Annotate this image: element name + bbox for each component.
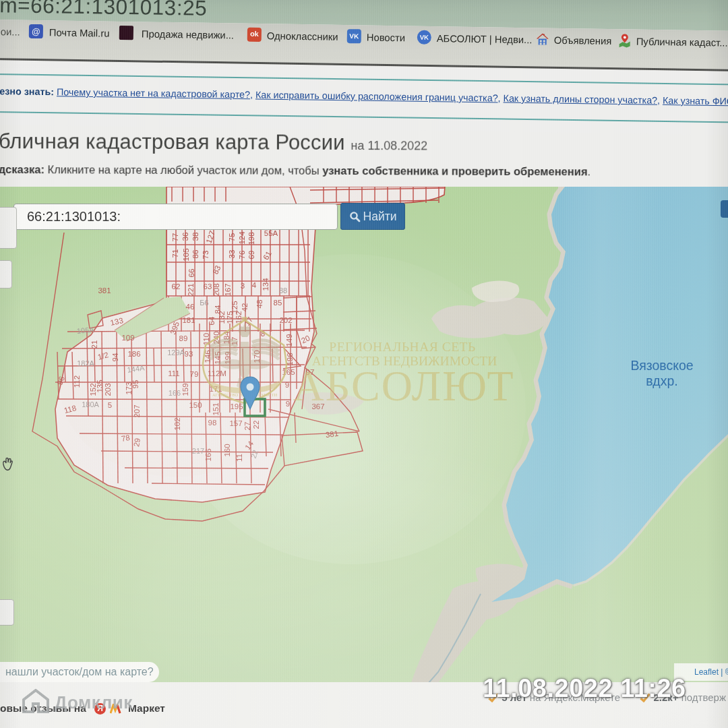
svg-text:217: 217 xyxy=(192,447,204,455)
svg-text:5: 5 xyxy=(108,401,112,409)
svg-text:64: 64 xyxy=(208,316,216,325)
svg-text:221: 221 xyxy=(187,283,195,296)
svg-text:93: 93 xyxy=(185,350,193,358)
svg-text:46: 46 xyxy=(186,303,195,311)
svg-text:73: 73 xyxy=(202,251,210,260)
svg-text:98: 98 xyxy=(208,419,217,427)
svg-text:207: 207 xyxy=(133,404,141,417)
svg-text:66: 66 xyxy=(187,269,195,278)
svg-text:63: 63 xyxy=(204,282,212,291)
svg-text:АБСОЛЮТ: АБСОЛЮТ xyxy=(293,362,515,410)
svg-text:180А: 180А xyxy=(82,400,99,408)
svg-text:85: 85 xyxy=(274,299,282,307)
svg-text:11: 11 xyxy=(235,454,243,462)
svg-text:182А: 182А xyxy=(77,359,94,367)
svg-text:186: 186 xyxy=(127,350,140,358)
svg-text:112М: 112М xyxy=(208,369,226,377)
svg-text:167: 167 xyxy=(224,283,232,296)
svg-text:105А: 105А xyxy=(76,326,94,335)
svg-text:159: 159 xyxy=(181,383,189,396)
svg-text:33: 33 xyxy=(228,250,236,259)
svg-text:42: 42 xyxy=(241,303,249,312)
svg-text:9: 9 xyxy=(285,381,289,389)
svg-text:77: 77 xyxy=(171,233,179,242)
svg-text:27: 27 xyxy=(243,422,251,431)
svg-text:48: 48 xyxy=(255,300,264,309)
svg-text:78: 78 xyxy=(121,433,131,443)
svg-text:381: 381 xyxy=(98,286,111,295)
svg-text:109: 109 xyxy=(121,334,134,342)
svg-text:88: 88 xyxy=(279,286,287,295)
svg-text:69: 69 xyxy=(247,251,255,260)
svg-text:203: 203 xyxy=(104,383,112,396)
svg-text:149: 149 xyxy=(285,334,293,346)
svg-text:175: 175 xyxy=(226,311,234,324)
svg-text:195: 195 xyxy=(230,402,243,411)
svg-text:157: 157 xyxy=(229,419,242,427)
svg-text:21: 21 xyxy=(90,340,98,349)
svg-text:166: 166 xyxy=(169,389,181,397)
svg-text:173: 173 xyxy=(125,382,133,394)
svg-text:62: 62 xyxy=(172,282,181,291)
svg-text:71: 71 xyxy=(171,249,179,258)
svg-text:38: 38 xyxy=(191,233,200,241)
svg-text:202: 202 xyxy=(279,316,292,324)
svg-text:132: 132 xyxy=(218,311,226,324)
svg-text:9: 9 xyxy=(286,400,290,408)
svg-text:166: 166 xyxy=(204,448,212,461)
svg-text:134: 134 xyxy=(262,278,270,291)
svg-text:151: 151 xyxy=(212,402,220,415)
svg-text:181: 181 xyxy=(182,316,195,324)
svg-text:150: 150 xyxy=(189,401,202,409)
svg-text:112: 112 xyxy=(73,375,81,388)
svg-text:102: 102 xyxy=(173,417,181,430)
svg-text:111: 111 xyxy=(168,369,179,377)
svg-text:94: 94 xyxy=(111,353,119,361)
svg-text:29: 29 xyxy=(132,437,142,448)
svg-text:160: 160 xyxy=(223,444,231,456)
svg-text:135: 135 xyxy=(96,380,104,392)
svg-text:86: 86 xyxy=(191,250,200,259)
svg-text:75: 75 xyxy=(228,233,236,242)
svg-text:89: 89 xyxy=(179,334,188,342)
svg-text:198: 198 xyxy=(247,232,255,245)
svg-text:4: 4 xyxy=(252,281,257,289)
svg-text:79: 79 xyxy=(190,370,199,378)
svg-text:129А: 129А xyxy=(167,348,185,357)
svg-text:55А: 55А xyxy=(264,229,278,237)
svg-text:76: 76 xyxy=(238,251,246,260)
svg-text:208: 208 xyxy=(212,283,220,296)
svg-text:Б6: Б6 xyxy=(200,299,208,307)
svg-text:124: 124 xyxy=(238,231,246,245)
svg-text:3: 3 xyxy=(241,282,245,290)
svg-text:105: 105 xyxy=(182,248,190,261)
svg-text:22: 22 xyxy=(252,421,260,429)
svg-text:36: 36 xyxy=(181,233,189,241)
svg-text:РЕГИОНАЛЬНАЯ СЕТЬ: РЕГИОНАЛЬНАЯ СЕТЬ xyxy=(329,340,475,354)
